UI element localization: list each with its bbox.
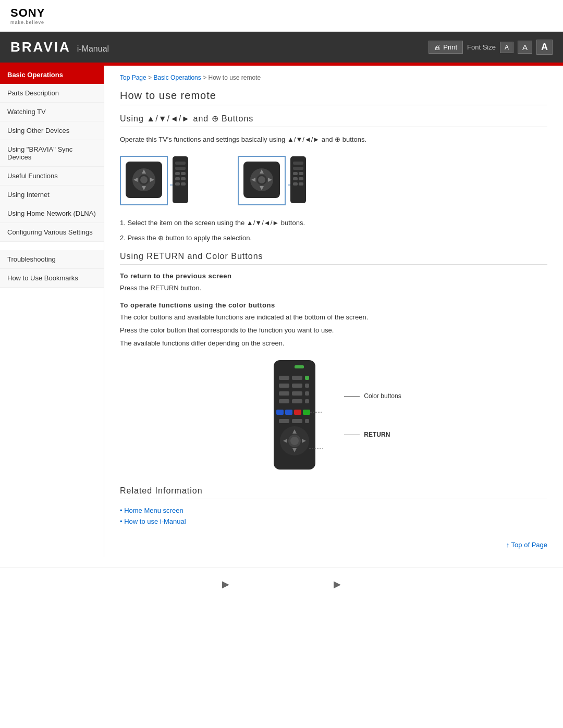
svg-point-21 (258, 176, 265, 183)
svg-point-3 (140, 176, 148, 183)
svg-rect-10 (175, 167, 186, 170)
svg-rect-40 (305, 376, 309, 380)
sony-logo: SONY make.believe (10, 6, 553, 25)
svg-rect-29 (293, 172, 298, 175)
svg-rect-27 (293, 162, 303, 165)
remotes-row (120, 154, 547, 207)
annotation-line-return (344, 435, 360, 435)
related-link-imanual[interactable]: How to use i-Manual (120, 517, 547, 525)
subsection2-text2: Press the color button that corresponds … (120, 325, 547, 336)
bottom-nav-prev[interactable]: ▶ (222, 578, 229, 590)
svg-point-59 (290, 437, 299, 445)
sidebar-item-parts-description[interactable]: Parts Description (0, 84, 104, 103)
sidebar-item-using-internet[interactable]: Using Internet (0, 186, 104, 204)
svg-rect-41 (279, 384, 289, 388)
color-remote-svg (266, 357, 323, 472)
svg-rect-28 (293, 167, 303, 170)
print-button[interactable]: 🖨 Print (429, 41, 463, 54)
svg-rect-13 (175, 177, 180, 180)
bottom-nav: ▶ ▶ (0, 567, 563, 600)
sidebar-item-bravia-sync[interactable]: Using "BRAVIA" Sync Devices (0, 140, 104, 167)
breadcrumb-sep1: > (148, 74, 153, 81)
section1-divider (120, 127, 547, 127)
related-link-home-menu[interactable]: Home Menu screen (120, 507, 547, 514)
steps-list: Select the item on the screen using the … (120, 218, 547, 244)
svg-rect-49 (305, 399, 309, 403)
font-large-button[interactable]: A (536, 40, 553, 55)
related-divider (120, 499, 547, 499)
svg-rect-47 (279, 399, 289, 403)
related-title: Related Information (120, 486, 547, 496)
bottom-nav-next[interactable]: ▶ (334, 578, 341, 590)
breadcrumb-basic-operations[interactable]: Basic Operations (153, 74, 201, 81)
svg-rect-30 (299, 172, 303, 175)
svg-rect-32 (299, 177, 303, 180)
sidebar: Basic Operations Parts Description Watch… (0, 66, 104, 557)
remote-dpad-svg-right (241, 159, 283, 201)
top-header: SONY make.believe (0, 0, 563, 32)
svg-rect-48 (292, 399, 302, 403)
svg-rect-12 (181, 172, 186, 175)
svg-rect-11 (175, 172, 180, 175)
font-medium-button[interactable]: A (518, 41, 532, 54)
svg-rect-45 (292, 391, 302, 396)
breadcrumb-current: How to use remote (208, 74, 261, 81)
sidebar-item-bookmarks[interactable]: How to Use Bookmarks (0, 269, 104, 288)
color-remote-area: Color buttons RETURN (120, 357, 547, 474)
sony-text: SONY (10, 6, 553, 20)
return-label: RETURN (364, 431, 390, 438)
sidebar-item-troubleshooting[interactable]: Troubleshooting (0, 250, 104, 269)
svg-rect-44 (279, 391, 289, 396)
svg-rect-55 (292, 419, 302, 423)
bravia-title: BRAVIA i-Manual (10, 39, 109, 55)
breadcrumb: Top Page > Basic Operations > How to use… (120, 74, 547, 81)
bravia-word: BRAVIA (10, 39, 71, 55)
annotation-line-color (344, 396, 360, 397)
remote-image-left-side (170, 154, 191, 207)
remote-image-right-side (288, 154, 309, 207)
breadcrumb-top-page[interactable]: Top Page (120, 74, 146, 81)
subsection1-text: Press the RETURN button. (120, 283, 547, 294)
sidebar-item-watching-tv[interactable]: Watching TV (0, 103, 104, 121)
remote-side-svg (170, 154, 191, 206)
top-of-page[interactable]: Top of Page (120, 541, 547, 549)
content-area: Top Page > Basic Operations > How to use… (104, 66, 563, 557)
sidebar-active-item[interactable]: Basic Operations (0, 66, 104, 84)
remote-annotation: Color buttons RETURN (344, 392, 401, 438)
section2-divider (120, 264, 547, 265)
subsection2-heading: To operate functions using the color but… (120, 301, 547, 309)
title-bar: BRAVIA i-Manual 🖨 Print Font Size A A A (0, 32, 563, 63)
breadcrumb-sep2: > (203, 74, 208, 81)
svg-rect-16 (181, 182, 186, 186)
annotation-color-buttons: Color buttons (344, 392, 401, 400)
svg-rect-46 (305, 391, 309, 396)
section1-body: Operate this TV's functions and settings… (120, 134, 547, 145)
imanual-text: i-Manual (77, 44, 109, 54)
sidebar-item-useful-functions[interactable]: Useful Functions (0, 167, 104, 186)
remote-group-right (238, 154, 309, 207)
svg-rect-14 (181, 177, 186, 180)
section2-heading: Using RETURN and Color Buttons (120, 252, 547, 261)
sidebar-section-gap (0, 242, 104, 250)
sidebar-item-using-other-devices[interactable]: Using Other Devices (0, 121, 104, 140)
subsection2-text3: The available functions differ depending… (120, 338, 547, 349)
svg-rect-31 (293, 177, 298, 180)
remote-dpad-svg (123, 159, 165, 201)
svg-rect-50 (276, 410, 284, 415)
subsection2-text1: The color buttons and available function… (120, 312, 547, 323)
svg-rect-9 (175, 162, 186, 165)
annotation-return: RETURN (344, 431, 401, 438)
svg-rect-51 (285, 410, 292, 415)
font-small-button[interactable]: A (500, 42, 513, 53)
svg-rect-33 (293, 182, 298, 186)
svg-rect-34 (299, 182, 303, 186)
remote-image-right (238, 156, 286, 205)
font-size-label: Font Size (467, 43, 496, 51)
remote-group-left (120, 154, 191, 207)
sidebar-item-home-network[interactable]: Using Home Network (DLNA) (0, 204, 104, 223)
svg-rect-56 (305, 419, 309, 423)
main-layout: Basic Operations Parts Description Watch… (0, 66, 563, 557)
print-icon: 🖨 (434, 43, 441, 51)
make-believe-text: make.believe (10, 20, 553, 25)
sidebar-item-configuring[interactable]: Configuring Various Settings (0, 223, 104, 242)
